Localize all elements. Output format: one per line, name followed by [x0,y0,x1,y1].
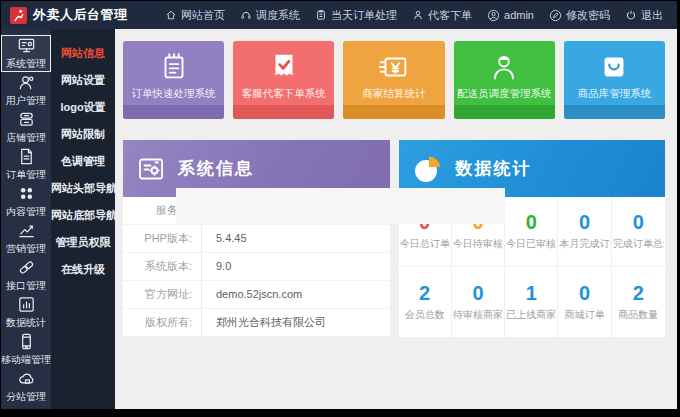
row-label: PHP版本: [123,225,202,252]
panel-title: 系统信息 [178,157,254,180]
stat-cell-month-completed-orders: 0 本月完成订单 [558,197,611,267]
nav-logout[interactable]: 退出 [625,8,663,23]
row-value: demo.52jscn.com [202,281,302,308]
system-window-gear-icon [136,154,166,184]
notepad-icon [157,50,191,84]
stat-label: 商城订单 [565,308,605,322]
marketing-chart-icon [17,221,36,240]
proxy-order-icon [412,9,424,21]
submenu-item-site-restrictions[interactable]: 网站限制 [51,121,115,148]
sidebar-item-user-management[interactable]: 用户管理 [1,72,51,109]
mobile-icon [17,332,36,351]
stat-label: 会员总数 [405,308,445,322]
tile-base-strip [343,105,444,119]
stat-label: 待审核商家 [453,308,503,322]
order-doc-icon [17,147,36,166]
tile-merchant-settlement-stats[interactable]: 商家结算统计 [343,41,444,119]
tile-label: 配送员调度管理系统 [457,87,552,101]
password-icon [549,9,562,22]
shopping-bag-icon [597,50,631,84]
user-icon [487,9,500,22]
stat-cell-today-reviewed-orders: 0 今日已审核订单 [505,197,558,267]
submenu-item-color-scheme[interactable]: 色调管理 [51,148,115,175]
tile-label: 客服代客下单系统 [242,87,326,101]
info-row-official-site: 官方网址: demo.52jscn.com [123,281,390,309]
pie-chart-icon [412,153,444,185]
stat-label: 完成订单总量 [613,237,664,251]
dispatch-icon [240,9,252,21]
tile-product-library-management[interactable]: 商品库管理系统 [564,41,665,119]
info-row-copyright: 版权所有: 郑州光合科技有限公司 [123,309,390,337]
receipt-check-icon [267,50,301,84]
tile-courier-dispatch-management[interactable]: 配送员调度管理系统 [454,41,555,119]
stat-value: 0 [579,283,590,303]
primary-sidebar: 系统管理 用户管理 店铺管理 订单管理 内容管理 营销管理 [1,29,51,409]
submenu-item-site-info[interactable]: 网站信息 [51,40,115,67]
sidebar-item-order-management[interactable]: 订单管理 [1,146,51,183]
stat-label: 今日已审核订单 [506,237,556,251]
row-value: 郑州光合科技有限公司 [202,309,326,336]
stat-cell-total-products: 2 商品数量 [612,267,665,337]
home-icon [165,9,177,21]
submenu-item-online-upgrade[interactable]: 在线升级 [51,256,115,283]
topbar: 外卖人后台管理 网站首页 调度系统 当天订单处理 代客下单 admin [1,1,677,29]
sidebar-item-system-management[interactable]: 系统管理 [1,35,51,72]
stat-cell-total-members: 2 会员总数 [399,267,452,337]
sidebar-item-api-management[interactable]: 接口管理 [1,257,51,294]
info-row-php-version: PHP版本: 5.4.45 [123,225,390,253]
today-orders-icon [315,9,327,21]
submenu-item-header-nav[interactable]: 网站头部导航 [51,175,115,202]
stat-label: 商品数量 [618,308,658,322]
row-label: 官方网址: [123,281,202,308]
stat-cell-mall-orders: 0 商城订单 [558,267,611,337]
stat-value: 0 [579,212,590,232]
system-info-panel: 系统信息 服务器: PHP版本: 5.4.45 系统版本: [123,140,390,337]
stat-label: 已上线商家 [506,308,556,322]
stat-label: 本月完成订单 [559,237,609,251]
stat-cell-pending-merchants: 0 待审核商家 [452,267,505,337]
tile-base-strip [123,105,224,119]
submenu-item-site-settings[interactable]: 网站设置 [51,67,115,94]
stat-cell-online-merchants: 1 已上线商家 [505,267,558,337]
stats-bar-icon [17,295,36,314]
stat-value: 2 [419,283,430,303]
panel-title: 数据统计 [456,157,532,180]
tile-base-strip [454,105,555,119]
api-link-icon [17,258,36,277]
shop-icon [17,110,36,129]
sidebar-item-mobile-management[interactable]: 移动端管理 [1,331,51,368]
sidebar-item-data-statistics[interactable]: 数据统计 [1,294,51,331]
logo-icon [10,7,27,24]
stat-cell-total-completed-orders: 0 完成订单总量 [612,197,665,267]
submenu-item-footer-nav[interactable]: 网站底部导航 [51,202,115,229]
app-title: 外卖人后台管理 [33,6,128,24]
row-label: 版权所有: [123,309,202,336]
sidebar-item-shop-management[interactable]: 店铺管理 [1,109,51,146]
stat-value: 2 [633,283,644,303]
nav-proxy-order[interactable]: 代客下单 [412,8,472,23]
nav-admin-account[interactable]: admin [487,9,534,22]
nav-today-orders[interactable]: 当天订单处理 [315,8,397,23]
nav-dispatch-system[interactable]: 调度系统 [240,8,300,23]
submenu-item-logo-settings[interactable]: logo设置 [51,94,115,121]
sidebar-item-content-management[interactable]: 内容管理 [1,183,51,220]
stat-label: 今日待审核订单 [453,237,503,251]
nav-site-home[interactable]: 网站首页 [165,8,225,23]
money-icon [377,50,411,84]
sidebar-item-marketing-management[interactable]: 营销管理 [1,220,51,257]
secondary-sidebar: 网站信息 网站设置 logo设置 网站限制 色调管理 网站头部导航 网站底部导航… [51,29,115,409]
info-row-system-version: 系统版本: 9.0 [123,253,390,281]
tile-customer-proxy-order[interactable]: 客服代客下单系统 [233,41,334,119]
dashboard-panels: 系统信息 服务器: PHP版本: 5.4.45 系统版本: [123,140,665,337]
tile-base-strip [564,105,665,119]
sidebar-item-substation-management[interactable]: 分站管理 [1,368,51,405]
tile-label: 商家结算统计 [363,87,426,101]
tile-order-quick-processing[interactable]: 订单快速处理系统 [123,41,224,119]
row-label: 系统版本: [123,253,202,280]
row-value: 9.0 [202,253,231,280]
nav-change-password[interactable]: 修改密码 [549,8,610,23]
redaction-box [176,188,505,224]
stat-value: 1 [526,283,537,303]
tile-label: 商品库管理系统 [578,87,652,101]
submenu-item-admin-permissions[interactable]: 管理员权限 [51,229,115,256]
